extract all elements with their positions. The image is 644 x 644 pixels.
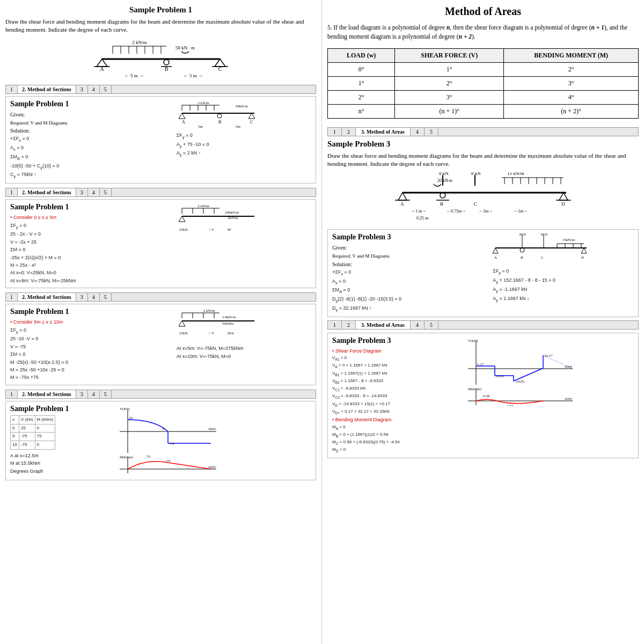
svg-text:8 kN: 8 kN [471,172,481,176]
svg-text:8kN: 8kN [519,233,526,237]
tab-1-5[interactable]: 5 [100,85,112,93]
card1-required: Required: V and M Diagrams [10,120,68,126]
c1-line5: Cy = 75kN ↑ [10,171,172,180]
tab-2-3[interactable]: 3 [76,188,88,196]
tab-3-2[interactable]: 2. Method of Sections [18,293,76,301]
sp3-tab-5[interactable]: 5 [425,128,438,136]
card-panel-1: Sample Problem 1 Given: Required: V and … [5,96,316,184]
svg-text:5m: 5m [236,125,241,129]
table-row: 2° 3° 4° [328,90,639,104]
svg-point-14 [164,60,169,65]
card4-diagrams-svg: V(kN) 25 -75 0 x(m) M(kNm) [117,405,224,474]
sp3-tabs-bar-2: 1 2 3. Method of Areas 4 5 [327,320,639,330]
tab-2-4[interactable]: 4 [88,188,100,196]
c1-line4: -10(5) -50 + Cy(10) = 0 [10,162,172,171]
sp3-tab2-5[interactable]: 5 [425,321,438,329]
sp3-tab-3[interactable]: 3. Method of Areas [356,128,411,136]
td-load-2: 2° [328,90,395,104]
tab-1-3[interactable]: 3 [76,85,88,93]
tab-4-5[interactable]: 5 [100,390,112,398]
svg-text:↑ V: ↑ V [209,331,214,335]
table-row: 1° 2° 3° [328,76,639,90]
tab-3-3[interactable]: 3 [76,293,88,301]
sp3-card1-beam: A B C D 8kN 8kN 15kN/m [493,233,589,265]
card2-bullet: • Consider 0 ≤ x ≤ 5m [10,214,172,221]
svg-text:1-8kN·m: 1-8kN·m [222,315,236,319]
svg-text:50kN·m: 50kN·m [236,104,248,108]
tab-3-1[interactable]: 1 [6,293,18,301]
svg-text:←1 m→: ←1 m→ [411,209,426,214]
sp3-shear-diagram: V(kN) [465,336,578,406]
tab-4-4[interactable]: 4 [88,390,100,398]
svg-text:B: B [521,255,523,260]
svg-point-113 [520,248,524,252]
card1-math-right: ΣFy = 0 Ay + 75 -10 = 0 Ay = 2 kN ↑ [177,131,311,158]
td-moment-1: 3° [504,76,639,90]
tab-1-4[interactable]: 4 [88,85,100,93]
sp3-tab2-2[interactable]: 2 [342,321,356,329]
tab-2-5[interactable]: 5 [100,188,112,196]
svg-marker-33 [248,113,255,119]
svg-text:240kN·m: 240kN·m [225,210,239,215]
sp3-shear-vals: VA1 = 0 VA = 0 + 1.1667 = 1.1667 kN VB1 … [332,355,462,416]
table-row: n° (n + 1)° (n + 2)° [328,104,639,118]
tab-1-1[interactable]: 1 [6,85,18,93]
sp3-card1-title: Sample Problem 3 [332,233,487,241]
card-panel-2: Sample Problem 1 • Consider 0 ≤ x ≤ 5m Σ… [5,199,316,288]
svg-text:D: D [561,201,565,207]
svg-text:0: 0 [163,427,165,431]
sp3-tab-1[interactable]: 1 [328,128,342,136]
svg-text:50 kN · m: 50 kN · m [175,45,195,50]
card-panel-4: Sample Problem 1 x V (kN) M (kNm) 0 25 [5,401,316,480]
sp3-tab2-1[interactable]: 1 [328,321,342,329]
left-main-desc: Draw the shear force and bending moment … [5,18,316,34]
card2-math: ΣFy = 0 25 - 2x - V = 0 V = -2x + 25 ΣM … [10,222,172,285]
svg-text:-75: -75 [169,442,174,446]
tab-3-5[interactable]: 5 [100,293,112,301]
tab-4-2[interactable]: 2. Method of Sections [18,390,76,398]
intro-text: If the load diagram is a polynomial of d… [327,24,627,40]
svg-text:2kN/m: 2kN/m [228,216,238,220]
svg-text:C: C [474,201,477,207]
sp3-card-1: Sample Problem 3 Given: Required: V and … [327,229,639,317]
sp3-tab2-4[interactable]: 4 [411,321,425,329]
c1-line2: Ax = 0 [10,144,172,153]
table-header-moment: BENDING MOMENT (M) [504,48,639,62]
sp3-tab2-3[interactable]: 3. Method of Areas [356,321,411,329]
sp3-beam-container: 8 kN 8 kN 20 kN·m 15 kN/m [327,172,639,226]
tab-1-2[interactable]: 2. Method of Sections [18,85,76,93]
tab-4-3[interactable]: 3 [76,390,88,398]
card1-solution: Solution: [10,128,30,134]
table-header-shear: SHEAR FORCE (V) [395,48,504,62]
card3-title: Sample Problem 1 [10,308,172,316]
beam-svg-top: 2 kN/m 50 kN · m A [91,39,231,82]
svg-text:A: A [100,66,104,72]
svg-text:25kN: 25kN [179,331,188,335]
svg-text:M(kNm): M(kNm) [120,455,134,459]
sp3-req-lbl: Required: V and M Diagrams [332,253,390,259]
tab-4-1[interactable]: 1 [6,390,18,398]
card3-vals: At x=5m: V=-75kN, M=375kNm At x=10m: V=-… [177,345,311,360]
svg-text:20 kN·m: 20 kN·m [437,178,453,183]
card4-note: Degrees Graph [10,467,114,475]
svg-text:2 kN/m: 2 kN/m [197,204,209,208]
sp3-tab-2[interactable]: 2 [342,128,356,136]
tab-2-2[interactable]: 2. Method of Sections [18,188,76,196]
svg-text:2 kN/m: 2 kN/m [197,101,209,105]
td-shear-2: 3° [395,90,504,104]
sp3-tab-4[interactable]: 4 [411,128,425,136]
sp3-moment-vals: MA = 0 MB = 0 + (1.1667)(1)/2 ≈ 0.58 MC … [332,424,462,455]
method-areas-title: Method of Areas [327,5,639,18]
tab-3-4[interactable]: 4 [88,293,100,301]
svg-text:↑ V: ↑ V [209,228,214,232]
svg-text:0.25 m: 0.25 m [416,216,429,221]
svg-text:M: M [228,228,231,232]
svg-text:8kN: 8kN [541,233,547,237]
sp3-moment-label: • Bending Moment Diagram [332,416,462,423]
tab-2-1[interactable]: 1 [6,188,18,196]
tabs-bar-1: 1 2. Method of Sections 3 4 5 [5,85,316,94]
svg-text:A: A [182,120,185,125]
sp3-card1-given: Given: Required: V and M Diagrams Soluti… [332,244,487,268]
sp3-given-lbl: Given: [332,245,347,251]
right-column: Method of Areas 5. If the load diagram i… [322,0,644,644]
